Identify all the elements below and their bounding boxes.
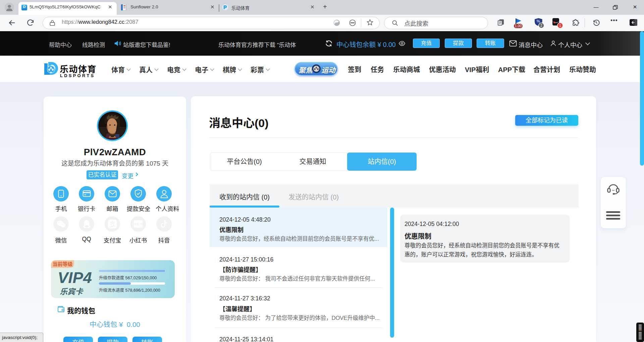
svg-text:%: % — [537, 19, 540, 23]
svg-text:1: 1 — [559, 23, 561, 27]
svg-text:小红书: 小红书 — [133, 222, 143, 226]
svg-text:2: 2 — [540, 23, 542, 27]
svg-text:1.00: 1.00 — [515, 24, 522, 28]
